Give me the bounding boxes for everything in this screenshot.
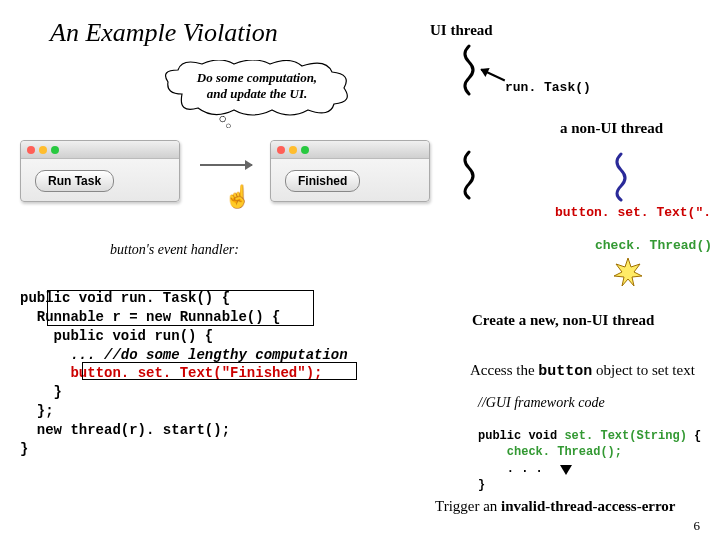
- arrow-right-icon: [200, 164, 252, 166]
- access-button-label: Access the button object to set text: [470, 362, 695, 380]
- gui-code-block: public void set. Text(String) { check. T…: [478, 412, 701, 493]
- ui-thread-label: UI thread: [430, 22, 493, 39]
- run-task-button[interactable]: Run Task: [35, 170, 114, 192]
- settext-call-label: button. set. Text(". "): [555, 205, 720, 220]
- svg-marker-0: [614, 258, 642, 286]
- gui-comment: //GUI framework code: [478, 395, 605, 411]
- arrow-down-icon: [560, 465, 572, 475]
- trigger-label: Trigger an invalid-thread-access-error: [435, 498, 676, 515]
- ui-thread-squiggle-top: [463, 44, 475, 100]
- ui-thread-squiggle-bottom: [463, 150, 475, 200]
- cloud-tail: ○○: [216, 110, 235, 131]
- page-title: An Example Violation: [50, 18, 278, 48]
- window-after: Finished: [270, 140, 430, 202]
- highlight-box-runnable: [47, 290, 314, 326]
- event-handler-label: button's event handler:: [110, 242, 239, 258]
- error-star-icon: [614, 258, 642, 286]
- window-before: Run Task: [20, 140, 180, 202]
- cloud-line2: and update the UI.: [207, 86, 307, 101]
- non-ui-thread-label: a non-UI thread: [560, 120, 663, 137]
- finished-button[interactable]: Finished: [285, 170, 360, 192]
- cloud-bubble: Do some computation, and update the UI.: [162, 60, 352, 122]
- arrow-into-ui-thread: [481, 69, 505, 82]
- highlight-box-settext: [82, 362, 357, 380]
- cloud-line1: Do some computation,: [197, 70, 317, 85]
- runtask-label: run. Task(): [505, 80, 591, 95]
- page-number: 6: [694, 518, 701, 534]
- create-thread-label: Create a new, non-UI thread: [472, 312, 654, 329]
- non-ui-thread-squiggle: [615, 152, 627, 202]
- pointer-hand-icon: ☝: [224, 184, 251, 210]
- checkthread-call-label: check. Thread(): [595, 238, 712, 253]
